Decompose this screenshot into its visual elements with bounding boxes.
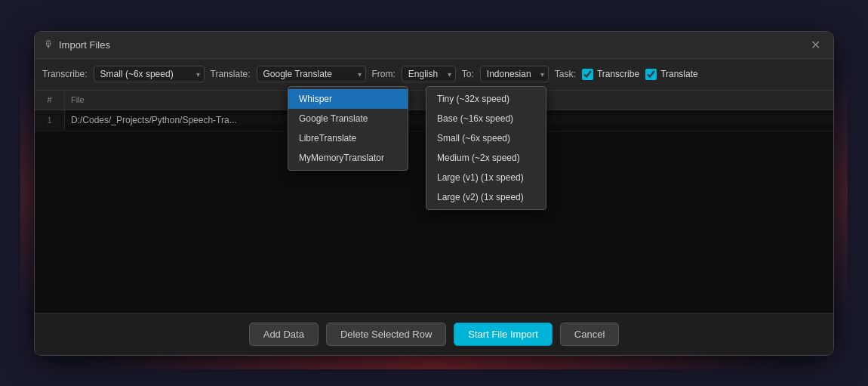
task-transcribe-checkbox[interactable] bbox=[582, 69, 593, 80]
delete-row-button[interactable]: Delete Selected Row bbox=[326, 323, 446, 346]
task-translate-label[interactable]: Translate bbox=[660, 69, 698, 79]
translate-option-whisper[interactable]: Whisper bbox=[288, 89, 408, 109]
from-select[interactable]: English bbox=[402, 66, 456, 82]
toolbar: Transcribe: Small (~6x speed) Tiny (~32x… bbox=[35, 59, 833, 91]
translate-dropdown-menu: Whisper Google Translate LibreTranslate … bbox=[288, 86, 408, 171]
speed-option-small[interactable]: Small (~6x speed) bbox=[426, 128, 546, 148]
window-title: Import Files bbox=[59, 39, 806, 51]
translate-dropdown-open: Whisper Google Translate LibreTranslate … bbox=[288, 86, 408, 171]
translate-select-wrapper[interactable]: Google Translate Whisper LibreTranslate … bbox=[257, 66, 366, 82]
add-data-button[interactable]: Add Data bbox=[249, 323, 319, 346]
start-import-button[interactable]: Start File Import bbox=[454, 323, 552, 346]
translate-select[interactable]: Google Translate Whisper LibreTranslate … bbox=[257, 66, 366, 82]
title-bar: 🎙 Import Files ✕ bbox=[35, 32, 833, 59]
transcribe-select-wrapper[interactable]: Small (~6x speed) Tiny (~32x speed) Base… bbox=[94, 66, 205, 82]
close-button[interactable]: ✕ bbox=[806, 36, 824, 54]
col-header-num: # bbox=[35, 91, 65, 110]
translate-label: Translate: bbox=[211, 69, 251, 79]
row-num: 1 bbox=[35, 110, 65, 131]
task-label: Task: bbox=[555, 69, 576, 79]
cancel-button[interactable]: Cancel bbox=[560, 323, 619, 346]
task-translate-checkbox[interactable] bbox=[645, 69, 657, 80]
from-select-wrapper[interactable]: English bbox=[402, 66, 456, 82]
to-select[interactable]: Indonesian bbox=[480, 66, 549, 82]
footer: Add Data Delete Selected Row Start File … bbox=[35, 313, 833, 355]
speed-option-large-v2[interactable]: Large (v2) (1x speed) bbox=[426, 187, 546, 207]
transcribe-label: Transcribe: bbox=[42, 69, 88, 79]
speed-dropdown-open: Tiny (~32x speed) Base (~16x speed) Smal… bbox=[426, 86, 546, 210]
to-label: To: bbox=[462, 69, 474, 79]
speed-option-large-v1[interactable]: Large (v1) (1x speed) bbox=[426, 168, 546, 187]
task-transcribe-wrapper: Transcribe bbox=[582, 69, 639, 80]
speed-option-medium[interactable]: Medium (~2x speed) bbox=[426, 148, 546, 168]
to-select-wrapper[interactable]: Indonesian bbox=[480, 66, 549, 82]
speed-dropdown-menu: Tiny (~32x speed) Base (~16x speed) Smal… bbox=[426, 86, 546, 210]
from-label: From: bbox=[372, 69, 396, 79]
translate-option-google[interactable]: Google Translate bbox=[288, 109, 408, 128]
speed-option-base[interactable]: Base (~16x speed) bbox=[426, 109, 546, 128]
translate-option-libre[interactable]: LibreTranslate bbox=[288, 128, 408, 148]
import-files-window: 🎙 Import Files ✕ Transcribe: Small (~6x … bbox=[34, 31, 834, 356]
translate-option-mymemory[interactable]: MyMemoryTranslator bbox=[288, 148, 408, 168]
speed-option-tiny[interactable]: Tiny (~32x speed) bbox=[426, 89, 546, 109]
task-translate-wrapper: Translate bbox=[645, 69, 698, 80]
task-transcribe-label[interactable]: Transcribe bbox=[597, 69, 639, 79]
transcribe-select[interactable]: Small (~6x speed) Tiny (~32x speed) Base… bbox=[94, 66, 205, 82]
window-icon: 🎙 bbox=[44, 39, 54, 51]
